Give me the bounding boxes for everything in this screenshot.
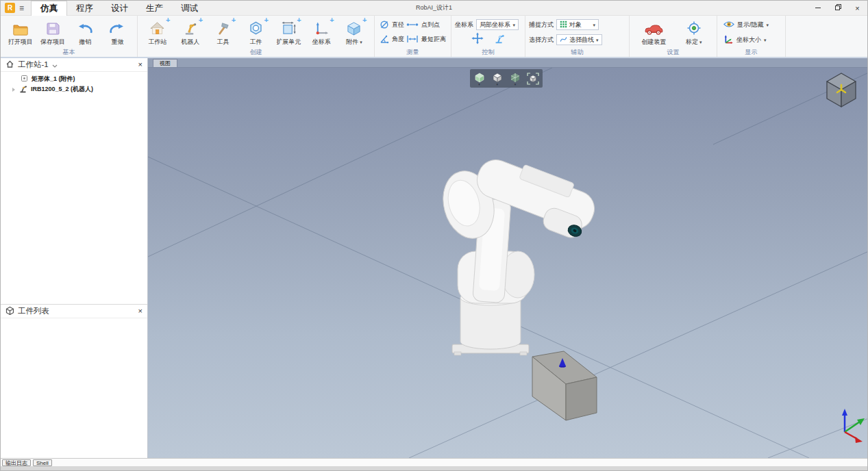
view-tab[interactable]: 视图: [153, 59, 177, 67]
tool-button[interactable]: + 工具: [207, 18, 239, 47]
group-label-measure: 测量: [378, 48, 447, 57]
chevron-down-icon: ▾: [596, 38, 599, 42]
coord-size-button[interactable]: 坐标大小 ▾: [723, 34, 767, 45]
robai-app-window: R ≡ 仿真 程序 设计 生产 调试 RobAI_设计1 × 打开项目: [0, 0, 868, 471]
station-panel-close-button[interactable]: ×: [138, 61, 142, 68]
undo-button[interactable]: 撤销: [69, 18, 101, 47]
tree-item-robot[interactable]: IRB1200_5_2 (机器人): [1, 84, 147, 94]
robot-model[interactable]: [436, 150, 601, 355]
jog-robot-button[interactable]: [493, 32, 506, 47]
tab-simulation[interactable]: 仿真: [31, 1, 67, 16]
render-mode-toolbar: ▾ ▾ ▾: [470, 69, 543, 88]
title-bar: R ≡ 仿真 程序 设计 生产 调试 RobAI_设计1 ×: [1, 1, 867, 16]
app-logo[interactable]: R: [5, 3, 15, 13]
station-tree: 矩形体_1 (附件) IRB1200_5_2 (机器人): [1, 72, 147, 94]
hammer-plus-icon: +: [215, 19, 231, 36]
plus-badge-icon: +: [264, 16, 269, 23]
coord-select-label: 坐标系: [455, 21, 473, 29]
eye-icon: [723, 21, 734, 29]
move-cross-button[interactable]: [471, 32, 484, 47]
workpiece-button[interactable]: + 工件: [240, 18, 272, 47]
angle-button[interactable]: 角度: [380, 34, 404, 45]
extension-unit-button[interactable]: + 扩展单元: [273, 18, 305, 47]
expander-icon[interactable]: [12, 88, 15, 92]
ribbon-group-assist: 捕捉方式 对象 ▾ 选择方式 选择曲线 ▾ 辅助: [525, 16, 630, 57]
select-mode-label: 选择方式: [529, 36, 554, 44]
hamburger-menu-icon[interactable]: ≡: [19, 3, 24, 13]
snap-mode-select[interactable]: 对象 ▾: [556, 19, 599, 30]
select-mode-select[interactable]: 选择曲线 ▾: [556, 34, 602, 45]
group-label-control: 控制: [455, 48, 521, 57]
ribbon-group-control: 坐标系 局部坐标系 ▾ 控制: [451, 16, 525, 57]
undo-icon: [77, 19, 93, 36]
workstation-button[interactable]: + 工作站: [141, 18, 173, 47]
angle-icon: [380, 34, 389, 45]
point-to-point-button[interactable]: 点到点: [406, 20, 446, 31]
group-label-create: 创建: [141, 48, 371, 57]
ribbon-group-display: 显示/隐藏 ▾ 坐标大小 ▾ 显示: [717, 16, 786, 57]
plus-badge-icon: +: [199, 16, 203, 23]
zoom-fit-button[interactable]: [526, 71, 541, 86]
shaded-cube-icon: [474, 72, 485, 83]
restore-button[interactable]: [828, 1, 847, 15]
chevron-down-icon: ▾: [497, 83, 499, 86]
show-hide-button[interactable]: 显示/隐藏 ▾: [723, 19, 769, 30]
tab-design[interactable]: 设计: [102, 1, 137, 16]
diameter-icon: [380, 20, 389, 31]
diameter-button[interactable]: 直径: [380, 20, 404, 31]
coord-system-button[interactable]: + 坐标系: [306, 18, 338, 47]
redo-button[interactable]: 重做: [101, 18, 134, 47]
status-bottom-strip: [1, 466, 867, 471]
min-distance-button[interactable]: 最短距离: [406, 34, 446, 45]
attachment-button[interactable]: + 附件▾: [338, 18, 370, 47]
world-axes-triad: [842, 409, 865, 443]
group-label-settings: 设置: [633, 48, 713, 57]
curve-icon: [560, 36, 567, 44]
tree-item-box[interactable]: 矩形体_1 (附件): [1, 74, 147, 84]
chevron-down-icon: ▾: [512, 23, 515, 27]
nut-plus-icon: +: [248, 19, 264, 36]
minimize-button[interactable]: [808, 1, 828, 15]
home-icon: [5, 60, 14, 70]
chevron-down-icon: ▾: [593, 23, 595, 27]
viewport-canvas[interactable]: ▾ ▾ ▾: [148, 68, 867, 458]
viewport: 视图: [148, 58, 867, 458]
shaded-view-button[interactable]: ▾: [472, 71, 486, 86]
calibrate-button[interactable]: 标定▾: [677, 18, 711, 47]
close-button[interactable]: ×: [847, 1, 867, 15]
workpiece-panel-close-button[interactable]: ×: [138, 307, 142, 315]
coord-system-select[interactable]: 局部坐标系 ▾: [476, 19, 519, 30]
point-to-point-icon: [406, 21, 419, 29]
car-icon: [643, 19, 664, 36]
fit-cube-icon: [527, 73, 539, 85]
open-project-button[interactable]: 打开项目: [4, 18, 36, 47]
tab-production[interactable]: 生产: [137, 1, 172, 16]
output-log-tab[interactable]: 输出日志: [2, 459, 31, 466]
chevron-down-icon: ▾: [360, 40, 362, 44]
chevron-down-icon: ▾: [767, 23, 769, 27]
chevron-down-icon: ▾: [478, 83, 480, 86]
view-cube[interactable]: [827, 73, 856, 107]
white-cube-icon: [492, 72, 503, 83]
tab-debug[interactable]: 调试: [172, 1, 207, 16]
chevron-down-icon: ▾: [764, 38, 767, 42]
transparent-view-button[interactable]: ▾: [508, 71, 523, 86]
ribbon: 打开项目 保存项目 撤销 重做 基本: [1, 16, 867, 58]
sidebar: 工作站-1 × 矩形体_1 (附件) IRB1200_5_2 (机器人): [1, 58, 148, 458]
workpiece-box[interactable]: [532, 351, 597, 420]
folder-icon: [13, 19, 28, 36]
station-panel-header: 工作站-1 ×: [1, 58, 147, 72]
plus-badge-icon: +: [330, 16, 334, 23]
save-project-button[interactable]: 保存项目: [36, 18, 69, 47]
transparent-cube-icon: [510, 72, 521, 83]
floppy-icon: [46, 19, 60, 36]
plus-badge-icon: +: [297, 16, 301, 23]
shell-tab[interactable]: Shell: [33, 459, 52, 466]
status-tabs-row: 输出日志 Shell: [1, 458, 867, 466]
create-device-button[interactable]: 创建装置: [635, 18, 672, 47]
chevron-down-icon[interactable]: [52, 61, 58, 69]
redo-icon: [109, 19, 125, 36]
robot-button[interactable]: + 机器人: [174, 18, 206, 47]
tab-program[interactable]: 程序: [67, 1, 102, 16]
wireframe-shaded-view-button[interactable]: ▾: [490, 71, 504, 86]
